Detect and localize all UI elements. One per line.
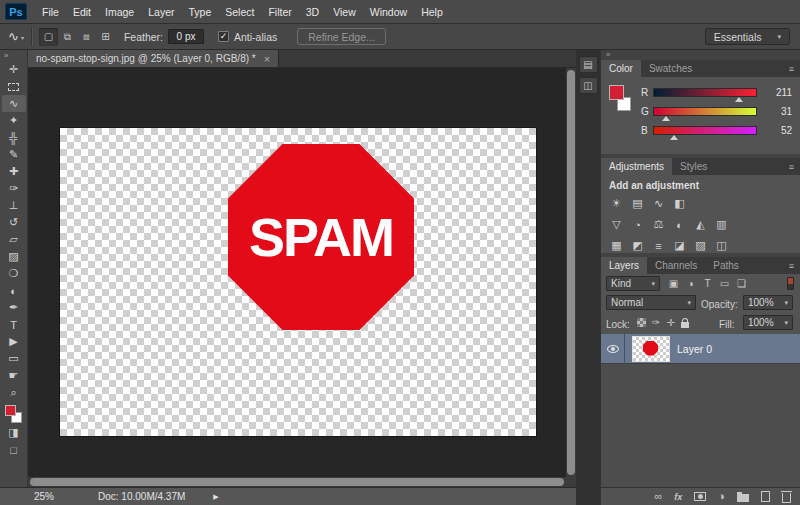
filter-pixel-icon[interactable]: ▣	[665, 276, 682, 291]
red-value[interactable]: 211	[760, 87, 792, 98]
tab-paths[interactable]: Paths	[705, 257, 747, 274]
collapsed-panel-1-icon[interactable]: ▤	[579, 56, 598, 73]
brightness-contrast-icon[interactable]: ☀	[607, 195, 626, 212]
history-brush-tool[interactable]: ↺	[2, 214, 26, 231]
fill-dropdown[interactable]: 100% ▾	[743, 315, 793, 330]
panel-menu-icon[interactable]: ≡	[789, 64, 794, 74]
tab-styles[interactable]: Styles	[672, 158, 715, 175]
menu-view[interactable]: View	[326, 0, 363, 24]
panel-menu-icon[interactable]: ≡	[789, 261, 794, 271]
opacity-dropdown[interactable]: 100% ▾	[743, 295, 793, 310]
filter-type-icon[interactable]: T	[699, 276, 716, 291]
toolbar-collapse-icon[interactable]: »	[0, 50, 27, 61]
invert-icon[interactable]: ◩	[628, 237, 647, 254]
filter-shape-icon[interactable]: ▭	[716, 276, 733, 291]
eye-icon[interactable]	[607, 345, 619, 353]
blue-slider-handle[interactable]	[670, 135, 678, 140]
vertical-scrollbar-thumb[interactable]	[567, 70, 575, 475]
tab-channels[interactable]: Channels	[647, 257, 705, 274]
color-balance-icon[interactable]: ⚖	[649, 216, 668, 233]
hue-saturation-icon[interactable]: ◔	[628, 216, 647, 233]
close-icon[interactable]: ×	[264, 53, 270, 65]
menu-type[interactable]: Type	[181, 0, 218, 24]
exposure-icon[interactable]: ◧	[670, 195, 689, 212]
clone-stamp-tool[interactable]: ⊥	[2, 197, 26, 214]
marquee-tool[interactable]	[2, 78, 26, 95]
color-lookup-icon[interactable]: ▦	[607, 237, 626, 254]
layer-filter-toggle[interactable]	[787, 277, 794, 290]
menu-filter[interactable]: Filter	[261, 0, 298, 24]
menu-window[interactable]: Window	[363, 0, 414, 24]
layer-thumbnail[interactable]	[633, 337, 669, 361]
collapsed-panel-2-icon[interactable]: ◫	[579, 77, 598, 94]
horizontal-scrollbar-thumb[interactable]	[30, 478, 564, 486]
canvas-area[interactable]: SPAM	[28, 68, 566, 477]
new-adjustment-layer-icon[interactable]: ◑	[718, 491, 725, 502]
pen-tool[interactable]: ✒	[2, 299, 26, 316]
screen-mode-button[interactable]: □	[2, 441, 26, 458]
photo-filter-icon[interactable]: ◭	[691, 216, 710, 233]
document-canvas[interactable]: SPAM	[60, 128, 536, 436]
lock-transparency-icon[interactable]	[637, 318, 646, 327]
menu-layer[interactable]: Layer	[141, 0, 181, 24]
foreground-color-swatch[interactable]	[5, 405, 16, 416]
green-slider[interactable]	[653, 107, 757, 116]
selective-color-icon[interactable]: ◫	[712, 237, 731, 254]
active-tool-preset[interactable]: ∿ ▾	[8, 29, 24, 44]
vibrance-icon[interactable]: ▽	[607, 216, 626, 233]
filter-smart-object-icon[interactable]: ❏	[733, 276, 750, 291]
tab-swatches[interactable]: Swatches	[641, 60, 700, 77]
menu-help[interactable]: Help	[414, 0, 450, 24]
shape-tool[interactable]: ▭	[2, 350, 26, 367]
blue-value[interactable]: 52	[760, 125, 792, 136]
blend-mode-dropdown[interactable]: Normal ▾	[606, 295, 696, 310]
tab-layers[interactable]: Layers	[601, 257, 647, 274]
hand-tool[interactable]: ☛	[2, 367, 26, 384]
menu-select[interactable]: Select	[218, 0, 261, 24]
subtract-from-selection-button[interactable]: ⧈	[77, 28, 96, 46]
gradient-tool[interactable]: ▨	[2, 248, 26, 265]
red-slider-handle[interactable]	[735, 97, 743, 102]
vertical-scrollbar[interactable]	[566, 68, 576, 477]
posterize-icon[interactable]: ≡	[649, 237, 668, 254]
menu-3d[interactable]: 3D	[299, 0, 326, 24]
menu-file[interactable]: File	[35, 0, 66, 24]
green-value[interactable]: 31	[760, 106, 792, 117]
zoom-level-field[interactable]: 25%	[34, 491, 54, 502]
blue-slider[interactable]	[653, 126, 757, 135]
zoom-tool[interactable]: ⌕	[2, 384, 26, 401]
gradient-map-icon[interactable]: ▨	[691, 237, 710, 254]
lock-pixels-icon[interactable]: ✑	[652, 317, 660, 328]
quick-mask-button[interactable]: ◨	[2, 424, 26, 441]
panel-menu-icon[interactable]: ≡	[789, 162, 794, 172]
feather-input[interactable]: 0 px	[168, 29, 204, 44]
layer-filter-kind-dropdown[interactable]: Kind ▾	[606, 276, 660, 291]
tab-adjustments[interactable]: Adjustments	[601, 158, 672, 175]
color-swatches[interactable]	[4, 404, 24, 424]
refine-edge-button[interactable]: Refine Edge...	[297, 28, 386, 45]
anti-alias-checkbox[interactable]: ✓	[218, 31, 229, 42]
move-tool[interactable]: ✛	[2, 61, 26, 78]
workspace-selector[interactable]: Essentials ▾	[705, 28, 790, 45]
green-slider-handle[interactable]	[662, 116, 670, 121]
lock-all-icon[interactable]	[681, 322, 689, 328]
add-to-selection-button[interactable]: ⧉	[58, 28, 77, 46]
eraser-tool[interactable]: ▱	[2, 231, 26, 248]
horizontal-scrollbar[interactable]	[28, 477, 566, 487]
new-layer-icon[interactable]	[761, 491, 770, 502]
menu-image[interactable]: Image	[98, 0, 141, 24]
eyedropper-tool[interactable]: ✎	[2, 146, 26, 163]
document-tab[interactable]: no-spam-stop-sign.jpg @ 25% (Layer 0, RG…	[28, 50, 279, 67]
quick-selection-tool[interactable]: ✦	[2, 112, 26, 129]
status-menu-arrow-icon[interactable]: ▶	[213, 493, 218, 501]
new-group-icon[interactable]	[737, 494, 749, 502]
menu-edit[interactable]: Edit	[66, 0, 98, 24]
lasso-tool[interactable]: ∿	[2, 95, 26, 112]
lock-position-icon[interactable]: ✛	[666, 317, 674, 328]
dock-collapse-icon[interactable]: «	[601, 50, 800, 60]
new-selection-button[interactable]: ▢	[39, 28, 58, 46]
layer-row[interactable]: Layer 0	[601, 334, 800, 364]
black-white-icon[interactable]: ◐	[670, 216, 689, 233]
layer-name[interactable]: Layer 0	[677, 343, 712, 355]
red-slider[interactable]	[653, 88, 757, 97]
